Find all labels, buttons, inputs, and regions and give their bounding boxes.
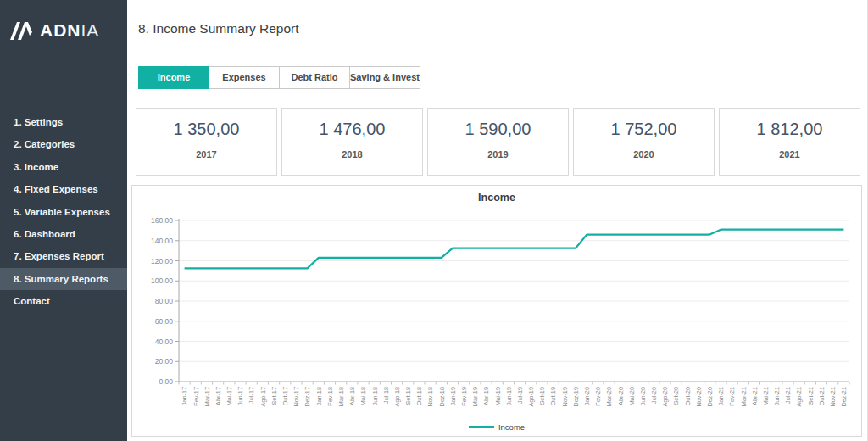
- svg-text:Mai-17: Mai-17: [225, 387, 233, 405]
- adnia-logo-icon: [8, 19, 34, 42]
- svg-text:Jun-19: Jun-19: [505, 387, 513, 405]
- summary-cards: 1 350,0020171 476,0020181 590,0020191 75…: [136, 108, 860, 176]
- sidebar-item-categories[interactable]: 2. Categories: [0, 133, 127, 155]
- svg-text:Jan-17: Jan-17: [181, 387, 188, 405]
- legend-label: Income: [498, 422, 525, 432]
- svg-text:Set-21: Set-21: [807, 387, 815, 405]
- svg-text:Dez-21: Dez-21: [840, 387, 848, 407]
- tab-expenses[interactable]: Expenses: [209, 66, 280, 89]
- svg-text:Dez-18: Dez-18: [438, 387, 446, 407]
- tab-income[interactable]: Income: [138, 66, 209, 89]
- svg-text:160,00: 160,00: [151, 216, 173, 225]
- chart-legend: Income: [132, 422, 861, 432]
- card-year-label: 2018: [282, 149, 422, 159]
- sidebar-item-contact[interactable]: Contact: [0, 290, 127, 312]
- card-value: 1 590,00: [428, 120, 568, 139]
- sidebar-item-settings[interactable]: 1. Settings: [0, 111, 127, 133]
- svg-text:Nov-17: Nov-17: [292, 387, 300, 407]
- svg-text:Out-20: Out-20: [684, 387, 692, 405]
- card-year-label: 2017: [136, 149, 276, 159]
- card-value: 1 812,00: [720, 120, 860, 139]
- legend-line-swatch: [469, 426, 494, 428]
- svg-text:Jul-21: Jul-21: [784, 387, 792, 404]
- svg-text:Ago-18: Ago-18: [393, 387, 401, 407]
- svg-text:80,00: 80,00: [155, 297, 174, 305]
- svg-text:Mar-18: Mar-18: [337, 387, 345, 406]
- income-chart-card: Income 0,0020,0040,0060,0080,00100,00120…: [131, 185, 862, 437]
- card-value: 1 752,00: [574, 120, 714, 139]
- logo-text: ADNIA: [40, 20, 99, 41]
- tab-debt-ratio[interactable]: Debt Ratio: [279, 66, 350, 89]
- sidebar-item-summary-reports[interactable]: 8. Summary Reports: [0, 268, 127, 290]
- income-line-chart: 0,0020,0040,0060,0080,00100,00120,00140,…: [135, 210, 860, 419]
- svg-text:Mar-19: Mar-19: [471, 387, 479, 406]
- sidebar: ADNIA 1. Settings2. Categories3. Income4…: [0, 0, 127, 441]
- app-window: { "sidebar": { "logo": { "bold": "ADN", …: [0, 0, 868, 441]
- svg-text:40,00: 40,00: [155, 338, 174, 346]
- summary-card-2017: 1 350,002017: [136, 108, 277, 176]
- sidebar-item-expenses-report[interactable]: 7. Expenses Report: [0, 245, 127, 267]
- svg-text:Fev-19: Fev-19: [460, 387, 468, 406]
- svg-text:Out-21: Out-21: [818, 387, 826, 405]
- svg-text:20,00: 20,00: [155, 357, 174, 366]
- svg-text:Dez-19: Dez-19: [572, 387, 580, 407]
- svg-text:Mar-20: Mar-20: [605, 387, 613, 406]
- svg-text:Mai-20: Mai-20: [628, 387, 636, 405]
- svg-text:Jan-18: Jan-18: [315, 387, 323, 405]
- svg-text:Nov-21: Nov-21: [829, 387, 837, 407]
- svg-text:Mar-17: Mar-17: [203, 387, 211, 406]
- svg-text:Jul-20: Jul-20: [650, 387, 658, 404]
- svg-text:Jun-21: Jun-21: [773, 387, 781, 405]
- svg-text:Jul-18: Jul-18: [382, 387, 390, 404]
- svg-text:Jun-20: Jun-20: [639, 387, 647, 405]
- tab-saving-invest[interactable]: Saving & Invest.: [349, 66, 420, 89]
- logo: ADNIA: [0, 0, 127, 42]
- summary-card-2021: 1 812,002021: [719, 108, 860, 176]
- svg-text:Dez-17: Dez-17: [303, 387, 311, 407]
- report-tabs: IncomeExpensesDebt RatioSaving & Invest.: [138, 66, 420, 89]
- svg-text:Fev-18: Fev-18: [326, 387, 334, 406]
- card-year-label: 2020: [574, 149, 714, 159]
- logo-text-light: IA: [81, 20, 100, 40]
- card-year-label: 2019: [428, 149, 568, 159]
- svg-text:Abr-17: Abr-17: [214, 387, 222, 405]
- card-value: 1 476,00: [282, 120, 422, 139]
- sidebar-item-fixed-expenses[interactable]: 4. Fixed Expenses: [0, 178, 127, 200]
- svg-text:Abr-20: Abr-20: [617, 387, 625, 405]
- svg-text:120,00: 120,00: [151, 257, 173, 265]
- svg-text:Jul-17: Jul-17: [248, 387, 255, 404]
- svg-text:Nov-18: Nov-18: [426, 387, 434, 407]
- svg-text:Abr-19: Abr-19: [482, 387, 490, 405]
- svg-text:Jul-19: Jul-19: [516, 387, 524, 404]
- card-year-label: 2021: [720, 149, 860, 159]
- svg-text:Mai-18: Mai-18: [359, 387, 367, 405]
- sidebar-item-income[interactable]: 3. Income: [0, 156, 127, 178]
- svg-text:Nov-19: Nov-19: [561, 387, 569, 407]
- svg-text:Mai-21: Mai-21: [762, 387, 770, 405]
- svg-text:Nov-20: Nov-20: [695, 387, 703, 407]
- svg-text:60,00: 60,00: [155, 317, 174, 326]
- svg-text:Out-18: Out-18: [415, 387, 423, 405]
- svg-text:Fev-20: Fev-20: [594, 387, 602, 406]
- summary-card-2018: 1 476,002018: [281, 108, 423, 176]
- svg-text:Set-18: Set-18: [404, 387, 412, 405]
- svg-text:Jun-18: Jun-18: [371, 387, 379, 405]
- svg-text:Ago-20: Ago-20: [661, 387, 669, 407]
- svg-text:Ago-19: Ago-19: [527, 387, 535, 407]
- sidebar-item-variable-expenses[interactable]: 5. Variable Expenses: [0, 201, 127, 223]
- sidebar-item-dashboard[interactable]: 6. Dashboard: [0, 223, 127, 245]
- svg-text:Out-17: Out-17: [281, 387, 289, 405]
- card-value: 1 350,00: [136, 120, 276, 139]
- chart-title: Income: [132, 192, 861, 204]
- summary-card-2019: 1 590,002019: [427, 108, 569, 176]
- svg-text:Abr-18: Abr-18: [348, 387, 356, 405]
- svg-text:0,00: 0,00: [159, 377, 173, 386]
- summary-card-2020: 1 752,002020: [573, 108, 715, 176]
- svg-text:Out-19: Out-19: [549, 387, 557, 405]
- logo-text-bold: ADN: [40, 20, 81, 40]
- svg-text:Set-19: Set-19: [538, 387, 546, 405]
- svg-text:Jan-21: Jan-21: [717, 387, 725, 405]
- svg-text:Set-20: Set-20: [672, 387, 680, 405]
- svg-text:Jan-20: Jan-20: [583, 387, 591, 405]
- svg-text:Ago-21: Ago-21: [795, 387, 803, 407]
